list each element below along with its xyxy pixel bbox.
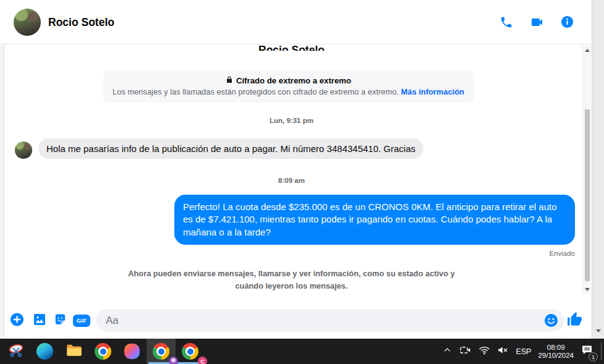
gif-button[interactable]: GIF (73, 315, 90, 327)
peer-name[interactable]: Rocio Sotelo (48, 15, 114, 28)
more-info-link[interactable]: Más información (401, 87, 464, 96)
copilot-icon (124, 344, 140, 359)
message-input[interactable] (96, 309, 564, 332)
clock-date: 29/10/2024 (538, 352, 574, 360)
message-input-pill[interactable] (96, 309, 564, 332)
time-separator: 8:09 am (0, 177, 583, 184)
info-icon[interactable] (560, 15, 574, 29)
volume-muted-icon[interactable] (497, 344, 509, 358)
encryption-body-text: Los mensajes y las llamadas están proteg… (113, 87, 399, 96)
encryption-notice: Cifrado de extremo a extremo Los mensaje… (103, 70, 474, 103)
composer: GIF (5, 304, 592, 337)
video-call-icon[interactable] (529, 15, 544, 30)
show-desktop-button[interactable] (601, 342, 602, 360)
taskbar-snipping-tool-button[interactable] (1, 339, 30, 364)
encryption-title: Cifrado de extremo a extremo (103, 76, 474, 85)
peer-avatar[interactable] (14, 9, 41, 36)
wifi-icon[interactable] (479, 344, 490, 358)
chrome-profile-2-icon (182, 343, 198, 360)
chat-scroll-area: Rocio Sotelo Cifrado de extremo a extrem… (0, 45, 592, 295)
clock-time: 08:09 (538, 344, 574, 352)
notification-center-button[interactable]: 1 (581, 344, 593, 359)
taskbar-copilot-button[interactable] (117, 339, 147, 364)
snipping-tool-icon (7, 342, 25, 362)
scrollbar-thumb[interactable] (585, 109, 590, 281)
attach-photo-button[interactable] (32, 312, 47, 329)
voice-call-icon[interactable] (500, 15, 513, 29)
scroll-up-icon[interactable] (585, 49, 590, 52)
time-separator: Lun, 9:31 pm (0, 117, 583, 124)
taskbar-chrome-profile-1-button[interactable] (147, 339, 176, 364)
chevron-up-icon[interactable] (443, 345, 452, 357)
header-actions (500, 15, 574, 30)
scrolled-conversation-title: Rocio Sotelo (0, 45, 583, 51)
sticker-button[interactable] (53, 312, 67, 329)
screen: Rocio Sotelo Rocio Sotelo Cifrado de (0, 0, 604, 364)
taskbar-clock[interactable]: 08:09 29/10/2024 (538, 344, 574, 360)
notification-count-badge: 1 (589, 352, 598, 362)
encryption-title-text: Cifrado de extremo a extremo (236, 76, 351, 85)
lock-icon (226, 76, 233, 85)
incoming-message-bubble[interactable]: Hola me pasarías info de la publicación … (38, 138, 423, 159)
edge-icon (36, 343, 53, 360)
conversation-header: Rocio Sotelo (0, 0, 592, 44)
left-panel-edge (0, 45, 4, 337)
chrome-profile-1-badge (169, 357, 178, 364)
open-more-actions-button[interactable] (10, 312, 24, 329)
taskbar: C ESP 08:09 29/10/2024 (0, 339, 604, 364)
chat-scrollbar[interactable] (582, 46, 591, 294)
taskbar-edge-button[interactable] (30, 339, 59, 364)
taskbar-file-explorer-button[interactable] (59, 339, 88, 364)
scroll-down-icon[interactable] (585, 288, 590, 291)
emoji-icon[interactable] (544, 313, 558, 330)
taskbar-chrome-button[interactable] (88, 339, 117, 364)
window-scrollbar[interactable] (592, 0, 604, 339)
encryption-body: Los mensajes y las llamadas están proteg… (103, 87, 474, 96)
file-explorer-icon (66, 342, 83, 362)
outgoing-message-bubble[interactable]: Perfecto! La cuota desde $235.000 es de … (174, 195, 575, 245)
chrome-profile-2-badge: C (198, 357, 207, 364)
meet-now-icon[interactable] (459, 344, 472, 359)
system-tray: ESP 08:09 29/10/2024 1 (443, 339, 602, 364)
taskbar-chrome-profile-2-button[interactable]: C (176, 339, 205, 364)
delivery-status: Enviado (549, 250, 575, 257)
message-avatar[interactable] (15, 142, 32, 159)
scroll-down-icon[interactable] (596, 329, 601, 332)
chrome-icon (95, 343, 111, 360)
conversation-notice: Ahora pueden enviarse mensajes, llamarse… (0, 268, 583, 292)
taskbar-apps: C (1, 339, 205, 364)
like-icon[interactable] (566, 311, 582, 330)
language-indicator[interactable]: ESP (516, 347, 531, 356)
chrome-profile-1-icon (153, 343, 169, 360)
